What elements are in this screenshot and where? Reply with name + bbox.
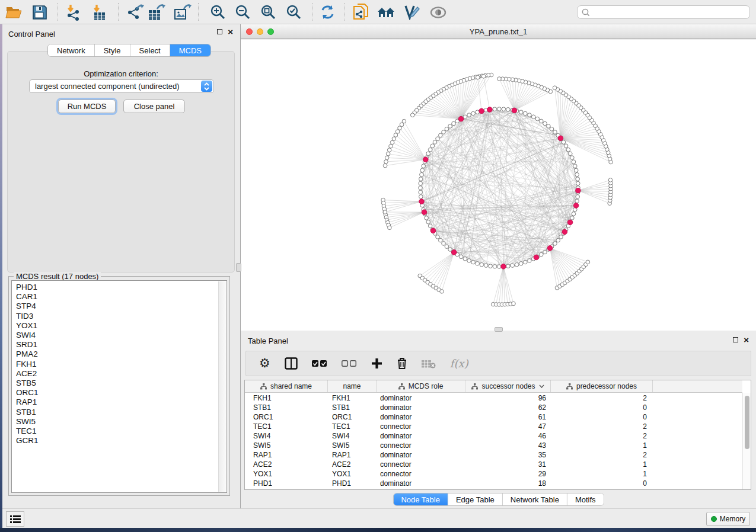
ring-node[interactable] [422,164,426,168]
satellite-node[interactable] [385,156,389,160]
satellite-node[interactable] [586,260,590,264]
ring-node[interactable] [511,264,515,268]
table-row[interactable]: SWI5SWI5connector431 [245,441,742,450]
search-field[interactable] [577,5,750,19]
mcds-result-item[interactable]: STB5 [16,379,227,388]
zoom-out-icon[interactable] [232,2,253,22]
satellite-node[interactable] [383,164,387,168]
export-table-icon[interactable] [146,2,167,22]
open-session-icon[interactable] [3,2,24,22]
mcds-result-item[interactable]: SRD1 [16,340,227,350]
ring-node[interactable] [428,224,432,228]
satellite-node[interactable] [394,133,398,137]
table-scrollbar[interactable] [742,393,751,489]
ring-node[interactable] [497,107,502,111]
satellite-node[interactable] [389,145,393,149]
satellite-node[interactable] [398,126,402,130]
mcds-hub-node[interactable] [573,203,579,209]
network-canvas[interactable] [241,40,756,331]
network-graph[interactable] [241,40,756,331]
memory-button[interactable]: Memory [706,512,750,526]
ring-node[interactable] [467,113,471,117]
ring-node[interactable] [562,140,566,145]
ring-node[interactable] [489,264,493,268]
graphics-details-icon[interactable] [428,2,449,22]
mcds-hub-node[interactable] [547,246,553,251]
delete-column-icon[interactable] [397,355,407,373]
mcds-hub-node[interactable] [423,157,429,162]
ring-node[interactable] [570,216,575,220]
mcds-hub-node[interactable] [534,255,539,260]
mcds-hub-node[interactable] [458,116,464,121]
satellite-node[interactable] [388,226,392,230]
ring-node[interactable] [575,172,579,177]
mcds-result-item[interactable]: FKH1 [16,360,227,369]
ring-node[interactable] [573,164,578,168]
mcds-result-item[interactable]: CAR1 [16,292,227,302]
ring-node[interactable] [576,181,580,185]
export-image-icon[interactable] [172,2,193,22]
ring-node[interactable] [471,111,476,116]
satellite-node[interactable] [497,77,502,81]
ring-node[interactable] [572,160,576,164]
satellite-node[interactable] [390,140,394,145]
column-header-shared-name[interactable]: shared name [245,380,328,392]
deselect-all-icon[interactable] [342,355,357,373]
satellite-node[interactable] [553,86,557,90]
satellite-node[interactable] [512,302,516,306]
zoom-in-icon[interactable] [207,2,228,22]
satellite-node[interactable] [410,113,414,117]
column-header-mcds-role[interactable]: MCDS role [377,380,465,392]
ring-node[interactable] [433,140,437,145]
ring-node[interactable] [569,152,573,156]
zoom-selected-icon[interactable] [283,2,304,22]
ring-node[interactable] [564,144,568,148]
settings-gear-icon[interactable]: ⚙ [259,355,270,373]
ring-node[interactable] [445,245,449,249]
tab-style[interactable]: Style [95,44,130,56]
ring-node[interactable] [442,242,446,246]
first-neighbors-icon[interactable] [375,2,397,22]
ring-node[interactable] [547,124,551,129]
column-header-predecessor-nodes[interactable]: predecessor nodes [551,380,653,392]
search-input[interactable] [591,8,749,17]
mcds-hub-node[interactable] [419,199,425,204]
ring-node[interactable] [576,195,580,199]
mcds-result-item[interactable]: PHD1 [16,283,227,292]
ring-node[interactable] [419,177,423,181]
ring-node[interactable] [430,144,435,148]
table-row[interactable]: ORC1ORC1dominator610 [245,412,742,422]
select-all-icon[interactable] [312,355,327,373]
column-layout-icon[interactable] [285,355,298,373]
ring-node[interactable] [540,119,544,123]
satellite-node[interactable] [608,178,613,182]
ring-node[interactable] [515,262,519,267]
annotations-icon[interactable] [401,2,422,22]
satellite-node[interactable] [395,130,400,134]
column-header-successor-nodes[interactable]: successor nodes [465,380,551,392]
run-mcds-button[interactable]: Run MCDS [58,100,116,113]
ring-node[interactable] [543,250,547,254]
table-row[interactable]: SWI4SWI4dominator462 [245,431,742,441]
add-column-icon[interactable] [371,355,382,373]
ring-node[interactable] [419,195,423,199]
ring-node[interactable] [574,168,578,172]
close-panel-button[interactable]: Close panel [123,100,185,113]
ring-node[interactable] [566,148,570,152]
ring-node[interactable] [448,124,452,129]
ring-node[interactable] [575,199,579,203]
mcds-result-item[interactable]: YOX1 [16,321,227,331]
satellite-node[interactable] [392,137,396,141]
table-row[interactable]: STB1STB1dominator620 [245,403,742,412]
table-row[interactable]: ACE2ACE2connector311 [245,460,742,469]
mcds-hub-node[interactable] [501,264,506,270]
ring-node[interactable] [524,260,528,264]
mcds-hub-node[interactable] [562,229,567,235]
ring-node[interactable] [448,248,452,252]
ring-node[interactable] [426,152,430,156]
ring-node[interactable] [445,127,449,132]
mcds-result-item[interactable]: TEC1 [16,427,227,436]
ring-node[interactable] [535,117,540,121]
ring-node[interactable] [425,216,429,220]
ring-node[interactable] [420,168,425,172]
